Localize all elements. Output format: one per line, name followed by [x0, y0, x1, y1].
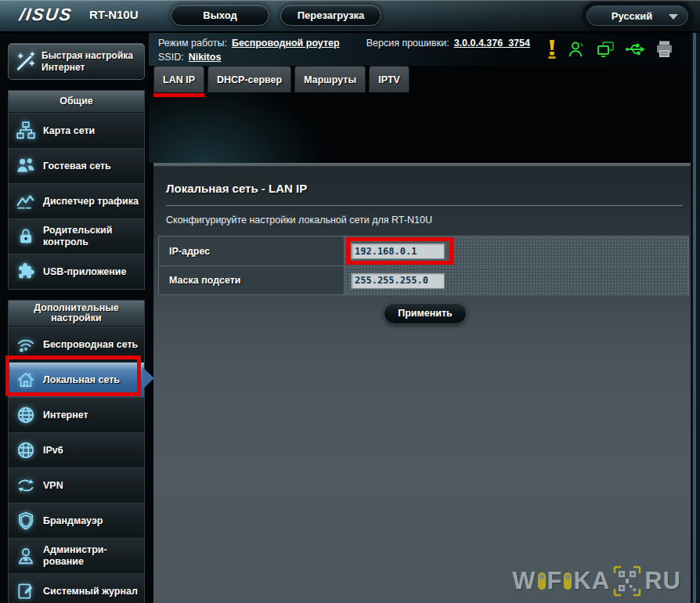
sidebar-item-wireless[interactable]: Беспроводная сеть — [9, 327, 144, 362]
selected-item-arrow-icon — [143, 367, 154, 389]
watermark-text: W — [512, 567, 536, 595]
lan-settings-table: IP-адрес Маска подсети — [158, 236, 689, 295]
apply-row: Применить — [166, 302, 684, 324]
tab-iptv[interactable]: IPTV — [369, 66, 410, 92]
logout-button[interactable]: Выход — [171, 5, 269, 26]
tab-lan-ip[interactable]: LAN IP — [153, 66, 204, 92]
quick-setup-button[interactable]: Быстрая настройка Интернет — [8, 43, 145, 80]
sidebar-item-vpn[interactable]: VPN — [9, 468, 144, 503]
sidebar-item-label: Родительский контроль — [43, 225, 140, 248]
sidebar-item-guest-network[interactable]: Гостевая сеть — [9, 148, 144, 183]
watermark-text: RU — [644, 567, 681, 595]
subnet-mask-input[interactable] — [351, 273, 445, 289]
system-log-icon — [9, 581, 43, 601]
sidebar-item-traffic-manager[interactable]: Диспетчер трафика — [9, 183, 144, 218]
alert-icon[interactable] — [546, 39, 558, 60]
sidebar-item-label: VPN — [43, 480, 140, 492]
sidebar-item-label: Интернет — [43, 410, 140, 421]
sidebar-item-lan[interactable]: Локальная сеть — [9, 362, 144, 397]
language-selector-inner: Русский — [586, 5, 688, 26]
sidebar-item-network-map[interactable]: Карта сети — [9, 113, 144, 148]
sidebar-item-parental-control[interactable]: Родительский контроль — [9, 218, 144, 254]
qr-code-icon — [613, 565, 641, 597]
magic-wand-icon — [9, 51, 41, 73]
firmware-value-link[interactable]: 3.0.0.4.376_3754 — [454, 36, 530, 50]
chevron-down-icon — [669, 14, 678, 20]
parental-control-icon — [9, 226, 43, 247]
ipv6-icon — [9, 440, 43, 460]
network-map-icon — [9, 121, 43, 141]
sidebar-item-label: Администри-рование — [43, 544, 140, 568]
asus-logo: /ISUS — [18, 5, 74, 25]
ip-address-label: IP-адрес — [159, 237, 345, 265]
sidebar-item-label: Локальная сеть — [43, 374, 140, 386]
apply-button[interactable]: Применить — [384, 302, 467, 324]
administration-icon — [9, 546, 43, 566]
topbar: /ISUS RT-N10U Выход Перезагрузка Русский — [0, 0, 700, 31]
firmware-label: Версия прошивки: — [366, 36, 449, 50]
printer-icon[interactable] — [655, 40, 673, 59]
wifika-watermark: W F KA — [512, 565, 681, 597]
tab-bar: LAN IP DHCP-сервер Маршруты IPTV — [153, 66, 410, 92]
page-description: Сконфигурируйте настройки локальной сети… — [166, 215, 684, 226]
table-row: IP-адрес — [159, 237, 688, 265]
sidebar-item-label: Гостевая сеть — [43, 161, 140, 172]
section-title-advanced: Дополнительные настройки — [9, 301, 144, 327]
tab-routes[interactable]: Маршруты — [294, 66, 366, 92]
annotation-red-box-ip-input — [346, 237, 453, 265]
table-row: Маска подсети — [159, 265, 688, 294]
clients-icon[interactable] — [568, 40, 586, 59]
sidebar-item-system-log[interactable]: Системный журнал — [9, 573, 144, 603]
usb-app-icon — [9, 262, 43, 282]
usb-icon[interactable] — [625, 42, 646, 56]
sidebar-item-internet[interactable]: Интернет — [9, 397, 144, 432]
firewall-shield-icon — [9, 511, 43, 531]
sidebar-item-label: Карта сети — [43, 125, 140, 137]
sidebar-item-label: IPv6 — [43, 445, 140, 457]
sidebar-item-label: USB-приложение — [43, 266, 140, 278]
yellow-dot-icon — [564, 572, 572, 590]
section-title-general: Общие — [9, 91, 144, 113]
sidebar-section-general: Общие Карта сети — [8, 90, 145, 290]
ssid-value-link[interactable]: Nikitos — [189, 50, 222, 64]
sidebar: Быстрая настройка Интернет Общие Карта с… — [8, 43, 145, 603]
internet-globe-icon — [9, 405, 43, 425]
vpn-icon — [9, 475, 43, 496]
sidebar-item-ipv6[interactable]: IPv6 — [9, 432, 144, 468]
subnet-mask-cell — [345, 266, 688, 294]
router-admin-page: /ISUS RT-N10U Выход Перезагрузка Русский… — [0, 0, 700, 603]
tab-dhcp-server[interactable]: DHCP-сервер — [207, 66, 291, 92]
ip-address-input[interactable] — [351, 243, 445, 259]
sidebar-item-administration[interactable]: Администри-рование — [9, 538, 144, 573]
language-selector[interactable]: Русский — [583, 2, 692, 29]
guest-network-icon — [9, 156, 43, 176]
infobar: Режим работы: Беспроводной роутер Версия… — [149, 32, 691, 66]
yellow-dot-icon — [538, 572, 546, 590]
status-icons — [546, 39, 673, 60]
right-edge-strip — [691, 31, 700, 603]
devices-icon[interactable] — [596, 40, 615, 59]
traffic-manager-icon — [9, 191, 43, 211]
sidebar-item-label: Беспроводная сеть — [43, 339, 140, 351]
sidebar-item-label: Системный журнал — [43, 586, 140, 598]
mode-value-link[interactable]: Беспроводной роутер — [232, 36, 340, 50]
subnet-mask-label: Маска подсети — [159, 266, 345, 294]
title-divider — [166, 205, 683, 206]
ip-address-cell — [345, 237, 688, 265]
sidebar-item-firewall[interactable]: Брандмауэр — [9, 503, 144, 538]
watermark-text: F — [547, 567, 563, 595]
mode-label: Режим работы: — [158, 36, 227, 50]
lan-home-icon — [9, 370, 43, 390]
reboot-button[interactable]: Перезагрузка — [280, 5, 381, 26]
page-title: Локальная сеть - LAN IP — [166, 182, 684, 195]
wireless-icon — [9, 334, 43, 355]
watermark-text: KA — [573, 567, 610, 595]
router-model-label: RT-N10U — [89, 8, 139, 21]
ssid-label: SSID: — [158, 50, 184, 64]
sidebar-section-advanced: Дополнительные настройки Беспроводная се… — [8, 300, 145, 603]
content-panel-inner: Локальная сеть - LAN IP Сконфигурируйте … — [153, 163, 691, 603]
content-panel: Локальная сеть - LAN IP Сконфигурируйте … — [153, 163, 691, 603]
quick-setup-label: Быстрая настройка Интернет — [41, 50, 139, 74]
language-label: Русский — [612, 10, 653, 22]
sidebar-item-usb-application[interactable]: USB-приложение — [9, 254, 144, 289]
